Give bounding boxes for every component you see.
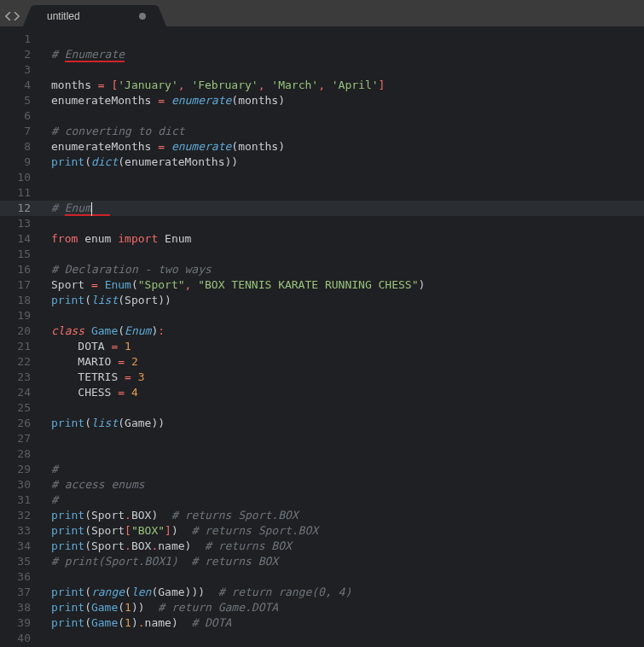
code-line[interactable] [39, 170, 644, 185]
code-line[interactable]: print(Sport.BOX) # returns Sport.BOX [39, 508, 644, 523]
token: , [258, 79, 265, 91]
token: print [51, 509, 84, 522]
code-line[interactable]: print(Sport["BOX"]) # returns Sport.BOX [39, 523, 644, 539]
token: print [51, 601, 84, 614]
nav-arrows[interactable] [0, 5, 26, 26]
token: = [118, 386, 125, 399]
code-line[interactable]: print(list(Game)) [39, 416, 644, 431]
token: ) [165, 294, 171, 306]
token: ( [84, 155, 91, 168]
line-number: 1 [0, 32, 39, 47]
token: ) [138, 601, 145, 614]
line-number: 26 [0, 416, 39, 431]
token: ) [171, 616, 178, 629]
token: range [91, 586, 125, 598]
code-line[interactable] [39, 185, 644, 201]
code-line[interactable]: print(Sport.BOX.name) # returns BOX [39, 539, 644, 554]
line-number: 30 [0, 477, 39, 493]
token: TETRIS [51, 370, 125, 383]
code-line[interactable] [39, 216, 644, 231]
code-line[interactable]: enumerateMonths = enumerate(months) [39, 139, 644, 154]
token: # returns Sport.BOX [191, 524, 318, 537]
token [125, 355, 131, 368]
token: ( [231, 140, 238, 153]
line-number: 18 [0, 293, 39, 308]
code-line[interactable]: TETRIS = 3 [39, 370, 644, 385]
token: Sport [91, 509, 125, 522]
token: # return Game.DOTA [158, 601, 278, 614]
token: ( [84, 586, 91, 598]
token: = [118, 355, 125, 368]
code-line[interactable]: CHESS = 4 [39, 385, 644, 400]
code-line[interactable] [39, 32, 644, 47]
line-number: 21 [0, 339, 39, 354]
token: Sport [91, 539, 125, 552]
code-line[interactable]: # [39, 462, 644, 477]
line-number: 19 [0, 308, 39, 324]
code-line[interactable]: print(list(Sport)) [39, 293, 644, 308]
token: ) [171, 524, 178, 537]
code-line[interactable]: # Enum [39, 201, 644, 216]
nav-back-icon [5, 12, 12, 20]
token: # Declaration - two ways [51, 263, 212, 276]
code-line[interactable]: # print(Sport.BOX1) # returns BOX [39, 554, 644, 569]
token: Enum [65, 201, 91, 214]
code-line[interactable] [39, 569, 644, 585]
line-number: 33 [0, 523, 39, 539]
code-line[interactable]: months = ['January', 'February', 'March'… [39, 78, 644, 93]
code-line[interactable] [39, 446, 644, 462]
line-number: 14 [0, 231, 39, 247]
code-line[interactable] [39, 62, 644, 78]
token: Game [125, 417, 151, 429]
code-line[interactable]: print(dict(enumerateMonths)) [39, 154, 644, 170]
token: . [138, 616, 145, 629]
token: ) [131, 616, 138, 629]
code-line[interactable]: # converting to dict [39, 124, 644, 139]
code-line[interactable]: class Game(Enum): [39, 324, 644, 339]
token: ( [84, 524, 91, 537]
code-line[interactable]: print(Game(1)) # return Game.DOTA [39, 600, 644, 615]
token [118, 340, 125, 353]
tab-untitled[interactable]: untitled [35, 5, 154, 26]
token: ) [231, 155, 238, 168]
line-number: 35 [0, 554, 39, 569]
code-line[interactable] [39, 308, 644, 324]
token: Enum [125, 324, 151, 337]
code-line[interactable]: MARIO = 2 [39, 354, 644, 370]
token: from [51, 232, 78, 245]
token: ) [278, 94, 285, 107]
token: ( [84, 294, 91, 306]
token: enumerate [171, 140, 231, 153]
token: 3 [138, 370, 145, 383]
code-line[interactable] [39, 247, 644, 262]
code-line[interactable]: # Enumerate [39, 47, 644, 62]
code-line[interactable]: print(range(len(Game))) # return range(0… [39, 585, 644, 600]
token: ( [84, 509, 91, 522]
token [145, 601, 159, 614]
token: 'January' [118, 79, 177, 91]
token: ] [165, 524, 171, 537]
code-line[interactable] [39, 108, 644, 124]
token: # [51, 463, 58, 475]
token [158, 509, 171, 522]
code-line[interactable]: DOTA = 1 [39, 339, 644, 354]
line-number: 28 [0, 446, 39, 462]
token: Enum [105, 278, 131, 291]
code-line[interactable]: print(Game(1).name) # DOTA [39, 615, 644, 631]
token: ( [118, 601, 125, 614]
line-number: 38 [0, 600, 39, 615]
line-number: 31 [0, 493, 39, 508]
token: name [145, 616, 171, 629]
code-line[interactable]: enumerateMonths = enumerate(months) [39, 93, 644, 108]
code-line[interactable]: # Declaration - two ways [39, 262, 644, 277]
code-line[interactable]: Sport = Enum("Sport", "BOX TENNIS KARATE… [39, 277, 644, 293]
code-line[interactable]: # [39, 493, 644, 508]
code-editor[interactable]: 1234567891011121314151617181920212223242… [0, 26, 644, 647]
token: . [125, 509, 131, 522]
code-line[interactable] [39, 431, 644, 446]
code-line[interactable]: from enum import Enum [39, 231, 644, 247]
code-line[interactable] [39, 400, 644, 416]
code-area[interactable]: # Enumeratemonths = ['January', 'Februar… [39, 26, 644, 647]
code-line[interactable] [39, 631, 644, 646]
code-line[interactable]: # access enums [39, 477, 644, 493]
